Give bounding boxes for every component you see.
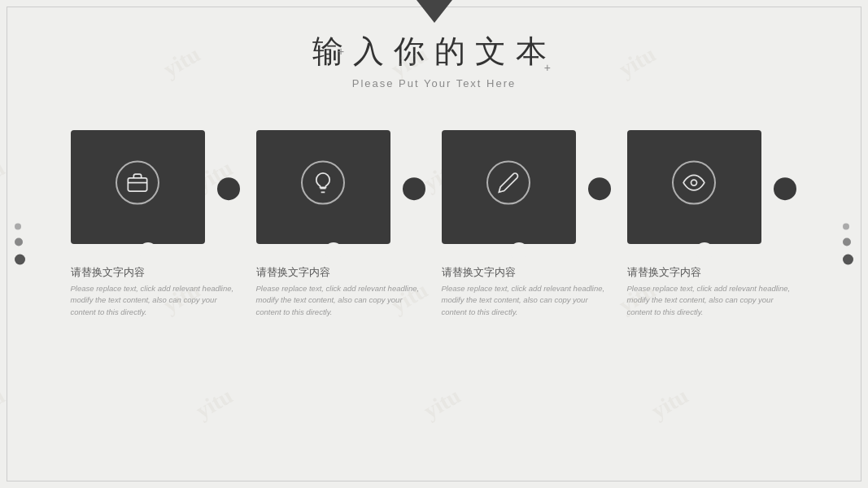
main-title: 输入你的文本 [0,31,868,72]
card-title-4: 请替换文字内容 [627,265,701,280]
puzzle-icon-4 [672,161,716,205]
puzzle-notch-1 [137,242,159,268]
pencil-icon [497,172,520,194]
puzzle-body-1 [71,130,205,244]
dot-left-3 [15,255,25,265]
card-item-4: 请替换文字内容 Please replace text, click add r… [627,130,798,318]
puzzle-notch-2 [322,242,345,268]
plus-decoration-2: + [544,61,551,74]
dot-right-2 [843,238,851,246]
puzzle-body-3 [442,130,576,244]
card-desc-4: Please replace text, click add relevant … [627,283,798,318]
puzzle-icon-3 [486,161,530,205]
puzzle-tab-right-2 [403,177,425,200]
svg-point-3 [691,180,697,185]
puzzle-icon-1 [116,161,159,205]
card-item-1: 请替换文字内容 Please replace text, click add r… [71,130,242,318]
dot-left-2 [15,238,23,246]
eye-icon [683,172,705,194]
top-arrow-decoration [417,0,452,23]
card-item-2: 请替换文字内容 Please replace text, click add r… [256,130,427,318]
puzzle-1 [71,130,225,252]
puzzle-2 [256,130,411,252]
card-item-3: 请替换文字内容 Please replace text, click add r… [442,130,613,318]
puzzle-notch-3 [508,242,530,268]
briefcase-icon [126,172,149,194]
puzzle-body-4 [627,130,761,244]
cards-area: 请替换文字内容 Please replace text, click add r… [0,130,868,318]
side-dots-left [15,224,25,265]
dot-right-3 [843,255,853,265]
puzzle-3 [442,130,596,252]
puzzle-tab-right-1 [217,177,240,200]
page-container: yitu yitu yitu yitu yitu yitu yitu yitu … [0,0,868,488]
puzzle-4 [627,130,782,252]
subtitle: Please Put Your Text Here [0,77,868,89]
card-desc-1: Please replace text, click add relevant … [71,283,242,318]
plus-decoration-1: + [338,45,344,58]
puzzle-notch-4 [693,242,716,268]
puzzle-icon-2 [301,161,345,205]
card-desc-2: Please replace text, click add relevant … [256,283,427,318]
card-desc-3: Please replace text, click add relevant … [442,283,613,318]
side-dots-right [843,224,853,265]
puzzle-tab-right-4 [774,177,796,200]
svg-rect-0 [128,178,146,191]
dot-left-1 [15,224,21,230]
card-title-2: 请替换文字内容 [256,265,330,280]
dot-right-1 [843,224,849,230]
puzzle-body-2 [256,130,390,244]
puzzle-tab-right-3 [588,177,611,200]
lightbulb-icon [312,172,334,194]
card-title-1: 请替换文字内容 [71,265,145,280]
card-title-3: 请替换文字内容 [442,265,516,280]
